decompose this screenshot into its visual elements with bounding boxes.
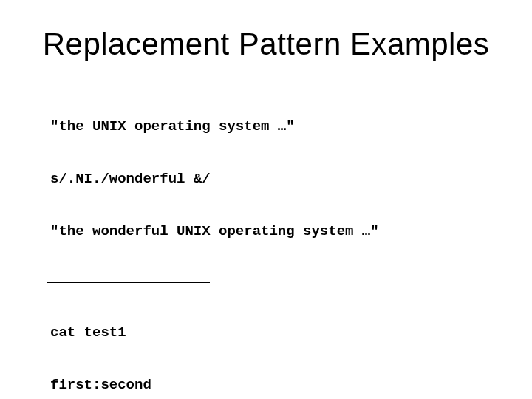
slide: Replacement Pattern Examples "the UNIX o… <box>0 0 532 399</box>
example-block-2: cat test1 first:second one:two sed 's/\(… <box>50 289 497 399</box>
code-line: s/.NI./wonderful &/ <box>50 171 497 188</box>
code-line: "the wonderful UNIX operating system …" <box>50 223 497 241</box>
code-line: cat test1 <box>50 324 497 342</box>
divider <box>47 282 210 283</box>
slide-title: Replacement Pattern Examples <box>35 27 497 62</box>
code-line: first:second <box>50 377 497 395</box>
example-block-1: "the UNIX operating system …" s/.NI./won… <box>50 83 497 276</box>
code-line: "the UNIX operating system …" <box>50 118 497 136</box>
